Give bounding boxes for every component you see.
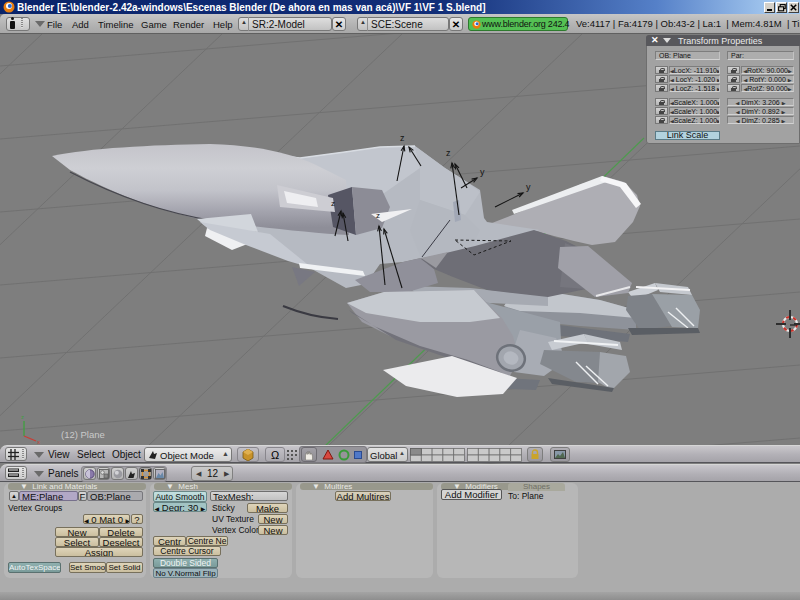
svg-text:(12) Plane: (12) Plane	[61, 429, 105, 440]
svg-text:y: y	[526, 182, 531, 192]
svg-text:z: z	[331, 199, 335, 208]
svg-text:z: z	[446, 148, 451, 158]
svg-text:y: y	[480, 167, 485, 177]
svg-text:z: z	[400, 133, 405, 143]
svg-text:z: z	[21, 414, 24, 420]
svg-text:z: z	[376, 211, 380, 220]
